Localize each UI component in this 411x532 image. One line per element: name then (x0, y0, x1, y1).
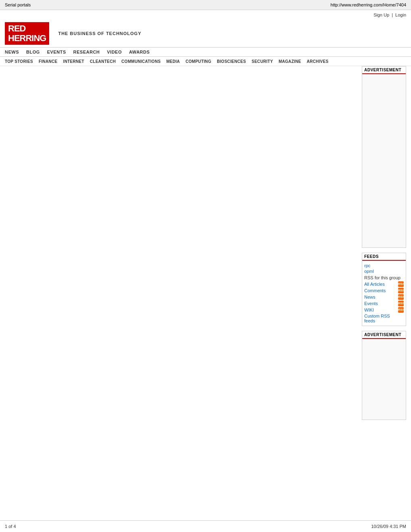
logo-box[interactable]: RED HERRING (5, 22, 49, 45)
advertisement-header: ADVERTISEMENT (362, 66, 406, 74)
rss-icon: RSS (398, 301, 404, 306)
sidebar-advertisement-section-2: ADVERTISEMENT (362, 331, 406, 420)
logo-container: RED HERRING (5, 22, 49, 45)
sidebar-advertisement-section: ADVERTISEMENT (362, 66, 406, 248)
bottom-bar: 1 of 4 10/26/09 4:31 PM (0, 520, 411, 526)
primary-nav-item-research[interactable]: RESEARCH (73, 50, 100, 54)
browser-url: http://www.redherring.com/Home/7404 (330, 2, 406, 7)
content-area: ADVERTISEMENT FEEDS rpc opml RSS for thi… (0, 66, 411, 429)
login-link[interactable]: Login (395, 12, 406, 17)
advertisement-box-2 (362, 339, 406, 420)
tab-title: Serial portals (5, 2, 31, 7)
secondary-nav-item-top-stories[interactable]: TOP STORIES (5, 59, 33, 64)
feed-item: WIKIRSS (364, 307, 404, 313)
secondary-nav-item-internet[interactable]: INTERNET (63, 59, 84, 64)
advertisement-box (362, 74, 406, 247)
secondary-nav-item-media[interactable]: MEDIA (166, 59, 180, 64)
feed-item-link-wiki[interactable]: WIKI (364, 308, 374, 312)
feeds-body: rpc opml RSS for this group All Articles… (362, 261, 406, 326)
rss-icon: RSS (398, 288, 404, 293)
secondary-nav-item-biosciences[interactable]: BIOSCIENCES (217, 59, 246, 64)
feed-item: NewsRSS (364, 294, 404, 300)
primary-nav-item-news[interactable]: NEWS (5, 50, 19, 54)
feed-item: EventsRSS (364, 300, 404, 307)
feed-item-link-all-articles[interactable]: All Articles (364, 282, 385, 287)
rss-icon: RSS (398, 294, 404, 300)
secondary-nav: TOP STORIESFINANCEINTERNETCLEANTECHCOMMU… (0, 57, 411, 66)
secondary-nav-item-cleantech[interactable]: CLEANTECH (90, 59, 116, 64)
secondary-nav-item-computing[interactable]: COMPUTING (185, 59, 211, 64)
logo-line2: HERRING (8, 33, 46, 43)
logo-line1: RED (8, 24, 46, 33)
secondary-nav-item-finance[interactable]: FINANCE (39, 59, 58, 64)
feeds-header: FEEDS (362, 253, 406, 261)
secondary-nav-item-communications[interactable]: COMMUNICATIONS (121, 59, 160, 64)
primary-nav-item-video[interactable]: VIDEO (107, 50, 122, 54)
rpc-link[interactable]: rpc (364, 263, 404, 268)
feed-item-link-events[interactable]: Events (364, 301, 378, 306)
feed-item: All ArticlesRSS (364, 281, 404, 287)
feeds-section: FEEDS rpc opml RSS for this group All Ar… (362, 253, 406, 326)
page-info: 1 of 4 (5, 524, 16, 526)
auth-bar: Sign Up | Login (0, 10, 411, 20)
custom-rss-link[interactable]: Custom RSSfeeds (364, 313, 404, 324)
primary-nav-item-blog[interactable]: BLOG (26, 50, 40, 54)
secondary-nav-item-magazine[interactable]: MAGAZINE (278, 59, 301, 64)
auth-separator: | (392, 12, 393, 17)
feed-item-link-news[interactable]: News (364, 295, 376, 299)
rss-icon: RSS (398, 281, 404, 287)
page-wrapper: Sign Up | Login RED HERRING THE BUSINESS… (0, 10, 411, 526)
advertisement-header-2: ADVERTISEMENT (362, 331, 406, 339)
site-header: RED HERRING THE BUSINESS OF TECHNOLOGY (0, 20, 411, 47)
primary-nav-item-awards[interactable]: AWARDS (129, 50, 149, 54)
browser-bar: Serial portals http://www.redherring.com… (0, 0, 411, 10)
sidebar: ADVERTISEMENT FEEDS rpc opml RSS for thi… (362, 66, 406, 429)
feed-item: CommentsRSS (364, 287, 404, 294)
datetime: 10/26/09 4:31 PM (371, 524, 406, 526)
primary-nav-item-events[interactable]: EVENTS (47, 50, 66, 54)
main-content (5, 66, 357, 429)
secondary-nav-item-archives[interactable]: ARCHIVES (307, 59, 328, 64)
secondary-nav-item-security[interactable]: SECURITY (251, 59, 273, 64)
primary-nav: NEWSBLOGEVENTSRESEARCHVIDEOAWARDS (0, 47, 411, 57)
rss-group-label: RSS for this group (364, 274, 404, 281)
opml-link[interactable]: opml (364, 268, 404, 274)
feed-item-link-comments[interactable]: Comments (364, 288, 386, 293)
sign-up-link[interactable]: Sign Up (374, 12, 389, 17)
logo-tagline: THE BUSINESS OF TECHNOLOGY (58, 31, 141, 36)
rss-icon: RSS (398, 307, 404, 313)
